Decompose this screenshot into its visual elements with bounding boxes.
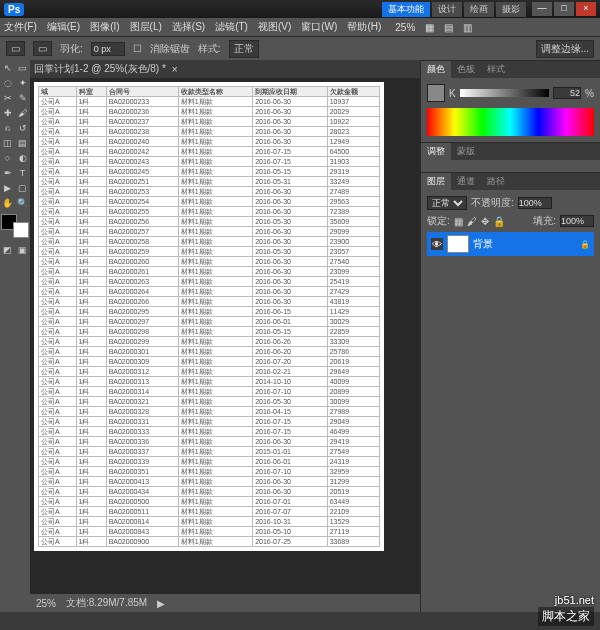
antialias-checkbox[interactable]: ☐ [133, 43, 142, 54]
marquee-tool-icon[interactable]: ▭ [15, 60, 30, 75]
tab-channels[interactable]: 通道 [451, 173, 481, 190]
screen-mode-icon[interactable]: ▤ [444, 22, 453, 33]
pen-tool-icon[interactable]: ✒ [0, 165, 15, 180]
tab-color[interactable]: 颜色 [421, 61, 451, 78]
heal-tool-icon[interactable]: ✚ [0, 105, 15, 120]
extras-icon[interactable]: ▥ [463, 22, 472, 33]
table-cell: BA02000312 [106, 367, 178, 377]
table-cell: 公司A [39, 517, 77, 527]
table-header: 合同号 [106, 87, 178, 97]
menu-view[interactable]: 视图(V) [258, 20, 291, 34]
eraser-tool-icon[interactable]: ◫ [0, 135, 15, 150]
document-tab[interactable]: 回掌计划1-2 @ 25%(灰色/8) * × [30, 60, 420, 78]
workspace-tab[interactable]: 基本功能 [382, 2, 430, 17]
selection-mode-icon[interactable]: ▭ [33, 41, 52, 56]
toolbox: ↖▭ ◌✦ ✂✎ ✚🖌 ⎌↺ ◫▤ ○◐ ✒T ▶▢ ✋🔍 ◩▣ [0, 60, 30, 612]
lock-pixels-icon[interactable]: 🖌 [467, 216, 477, 227]
close-button[interactable]: × [576, 2, 596, 16]
table-cell: 材料1期款 [178, 437, 252, 447]
zoom-tool-icon[interactable]: 🔍 [15, 195, 30, 210]
menu-window[interactable]: 窗口(W) [301, 20, 337, 34]
color-spectrum[interactable] [427, 108, 594, 136]
canvas: 域科室合同号收款类型名称到期应收日期欠款金额 公司A1科BA02000233材料… [34, 82, 384, 551]
crop-tool-icon[interactable]: ✂ [0, 90, 15, 105]
color-swatches[interactable] [1, 214, 29, 238]
menu-help[interactable]: 帮助(H) [347, 20, 381, 34]
table-cell: 1科 [76, 237, 106, 247]
menu-filter[interactable]: 滤镜(T) [215, 20, 248, 34]
canvas-viewport[interactable]: 域科室合同号收款类型名称到期应收日期欠款金额 公司A1科BA02000233材料… [30, 78, 420, 594]
background-swatch[interactable] [13, 222, 29, 238]
workspace-tab[interactable]: 设计 [432, 2, 462, 17]
tab-swatches[interactable]: 色板 [451, 61, 481, 78]
blend-mode-select[interactable]: 正常 [427, 196, 467, 210]
menu-layer[interactable]: 图层(L) [130, 20, 162, 34]
table-header: 欠款金额 [327, 87, 379, 97]
status-zoom[interactable]: 25% [36, 598, 56, 609]
menu-edit[interactable]: 编辑(E) [47, 20, 80, 34]
style-select[interactable]: 正常 [229, 40, 259, 58]
k-value-input[interactable] [553, 87, 581, 99]
type-tool-icon[interactable]: T [15, 165, 30, 180]
move-tool-icon[interactable]: ↖ [0, 60, 15, 75]
workspace-tab[interactable]: 摄影 [496, 2, 526, 17]
lock-all-icon[interactable]: 🔒 [493, 216, 505, 227]
fill-input[interactable] [560, 215, 594, 227]
tab-layers[interactable]: 图层 [421, 173, 451, 190]
table-cell: 2016-06-30 [253, 267, 327, 277]
visibility-icon[interactable]: 👁 [431, 238, 443, 250]
table-cell: 1科 [76, 407, 106, 417]
opacity-label: 不透明度: [471, 196, 514, 210]
table-cell: 2015-01-01 [253, 447, 327, 457]
zoom-display[interactable]: 25% [395, 22, 415, 33]
lock-position-icon[interactable]: ✥ [481, 216, 489, 227]
table-cell: 材料1期款 [178, 467, 252, 477]
dodge-tool-icon[interactable]: ◐ [15, 150, 30, 165]
minimize-button[interactable]: — [532, 2, 552, 16]
tab-styles[interactable]: 样式 [481, 61, 511, 78]
menu-select[interactable]: 选择(S) [172, 20, 205, 34]
table-cell: BA02000251 [106, 177, 178, 187]
titlebar: Ps 基本功能 设计 绘画 摄影 — □ × [0, 0, 600, 18]
table-cell: 材料1期款 [178, 197, 252, 207]
tab-masks[interactable]: 蒙版 [451, 143, 481, 160]
lasso-tool-icon[interactable]: ◌ [0, 75, 15, 90]
lock-transparent-icon[interactable]: ▦ [454, 216, 463, 227]
table-cell: 64500 [327, 147, 379, 157]
refine-edge-button[interactable]: 调整边缘... [536, 40, 594, 58]
marquee-tool-icon[interactable]: ▭ [6, 41, 25, 56]
layer-thumbnail[interactable] [447, 235, 469, 253]
shape-tool-icon[interactable]: ▢ [15, 180, 30, 195]
color-preview-swatch[interactable] [427, 84, 445, 102]
maximize-button[interactable]: □ [554, 2, 574, 16]
layer-row[interactable]: 👁 背景 🔒 [427, 232, 594, 256]
quickmask-icon[interactable]: ◩ [0, 242, 15, 257]
status-arrow-icon[interactable]: ▶ [157, 598, 165, 609]
tab-paths[interactable]: 路径 [481, 173, 511, 190]
stamp-tool-icon[interactable]: ⎌ [0, 120, 15, 135]
screenmode-icon[interactable]: ▣ [15, 242, 30, 257]
wand-tool-icon[interactable]: ✦ [15, 75, 30, 90]
main-area: ↖▭ ◌✦ ✂✎ ✚🖌 ⎌↺ ◫▤ ○◐ ✒T ▶▢ ✋🔍 ◩▣ 回掌计划1-2… [0, 60, 600, 612]
hand-tool-icon[interactable]: ✋ [0, 195, 15, 210]
arrange-icon[interactable]: ▦ [425, 22, 434, 33]
blur-tool-icon[interactable]: ○ [0, 150, 15, 165]
eyedropper-tool-icon[interactable]: ✎ [15, 90, 30, 105]
table-row: 公司A1科BA02000238材料1期款2016-06-3028023 [39, 127, 380, 137]
table-cell: BA02000257 [106, 227, 178, 237]
menu-image[interactable]: 图像(I) [90, 20, 119, 34]
tab-adjustments[interactable]: 调整 [421, 143, 451, 160]
table-cell: BA02000233 [106, 97, 178, 107]
history-brush-icon[interactable]: ↺ [15, 120, 30, 135]
path-select-icon[interactable]: ▶ [0, 180, 15, 195]
opacity-input[interactable] [518, 197, 552, 209]
feather-input[interactable] [91, 42, 125, 56]
workspace-tab[interactable]: 绘画 [464, 2, 494, 17]
document-close-icon[interactable]: × [172, 64, 178, 75]
gradient-tool-icon[interactable]: ▤ [15, 135, 30, 150]
table-cell: 46499 [327, 427, 379, 437]
table-cell: 公司A [39, 97, 77, 107]
brush-tool-icon[interactable]: 🖌 [15, 105, 30, 120]
menu-file[interactable]: 文件(F) [4, 20, 37, 34]
k-slider[interactable] [460, 89, 549, 97]
